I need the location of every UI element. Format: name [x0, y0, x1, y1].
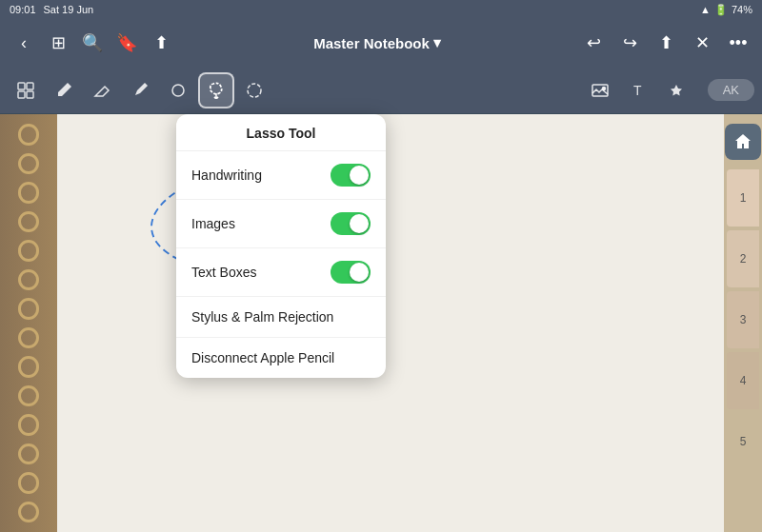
circle-tool-button[interactable] — [236, 72, 272, 108]
ring — [18, 472, 39, 494]
tab-1[interactable]: 1 — [727, 169, 759, 227]
tool-bar: T AK — [0, 67, 762, 114]
svg-rect-2 — [18, 91, 25, 98]
more-button[interactable]: ••• — [722, 27, 754, 59]
home-button[interactable] — [725, 124, 761, 160]
tab-2[interactable]: 2 — [727, 230, 759, 287]
close-button[interactable]: ✕ — [686, 27, 718, 59]
popup-row-images: Images — [176, 200, 386, 248]
more-tools-button[interactable] — [658, 72, 694, 108]
wifi-icon: ▲ — [700, 4, 711, 15]
apps-button[interactable]: ⊞ — [42, 27, 74, 59]
ring — [18, 211, 39, 233]
eraser-button[interactable] — [84, 72, 120, 108]
handwriting-label: Handwriting — [191, 167, 262, 183]
ring — [18, 414, 39, 436]
svg-rect-0 — [18, 83, 25, 89]
images-label: Images — [191, 216, 235, 231]
stylus-label: Stylus & Palm Rejection — [191, 309, 333, 325]
popup-row-disconnect[interactable]: Disconnect Apple Pencil — [176, 338, 386, 378]
handwriting-toggle[interactable] — [331, 164, 371, 187]
ring — [18, 356, 39, 378]
svg-point-6 — [248, 84, 261, 97]
ring — [18, 269, 39, 291]
highlighter-button[interactable] — [122, 72, 158, 108]
bookmark-button[interactable]: 🔖 — [110, 27, 143, 59]
notebook-page: lasso — [57, 114, 724, 532]
back-button[interactable]: ‹ — [8, 27, 40, 59]
svg-rect-3 — [27, 91, 33, 98]
ring — [18, 502, 39, 523]
textboxes-label: Text Boxes — [191, 265, 256, 280]
tab-3[interactable]: 3 — [727, 291, 759, 348]
tabs-strip: 1 2 3 4 5 — [724, 114, 762, 532]
lasso-popup: Lasso Tool Handwriting Images Text Boxes… — [176, 114, 386, 378]
popup-row-stylus[interactable]: Stylus & Palm Rejection — [176, 297, 386, 338]
lasso-button[interactable] — [198, 72, 234, 108]
pencil-button[interactable] — [46, 72, 82, 108]
ring — [18, 153, 39, 175]
undo-button[interactable]: ↩ — [577, 27, 610, 59]
ring — [18, 443, 39, 465]
textboxes-toggle[interactable] — [331, 261, 371, 284]
ring — [18, 327, 39, 349]
svg-text:T: T — [633, 83, 642, 98]
text-button[interactable]: T — [620, 72, 656, 108]
toolbar: ‹ ⊞ 🔍 🔖 ⬆ Master Notebook ▾ ↩ ↪ ⬆ ✕ ••• — [0, 19, 762, 67]
status-bar: 09:01 Sat 19 Jun ▲ 🔋 74% — [0, 0, 762, 19]
tab-5[interactable]: 5 — [727, 413, 759, 470]
add-page-button[interactable]: ⬆ — [650, 27, 682, 59]
ring — [18, 182, 39, 204]
disconnect-label: Disconnect Apple Pencil — [191, 350, 334, 365]
notebook-spine — [0, 114, 57, 532]
share-button[interactable]: ⬆ — [145, 27, 177, 59]
search-pill[interactable]: AK — [708, 79, 754, 101]
images-toggle[interactable] — [331, 212, 371, 235]
shapes-button[interactable] — [160, 72, 196, 108]
svg-rect-1 — [27, 83, 33, 89]
popup-row-handwriting: Handwriting — [176, 151, 386, 200]
notebook-title[interactable]: Master Notebook ▾ — [313, 34, 441, 51]
time: 09:01 — [10, 4, 36, 15]
page-view-button[interactable] — [8, 72, 44, 108]
popup-row-textboxes: Text Boxes — [176, 248, 386, 297]
ring — [18, 124, 39, 146]
ring — [18, 240, 39, 262]
search-button[interactable]: 🔍 — [76, 27, 109, 59]
image-button[interactable] — [582, 72, 618, 108]
battery-icon: 🔋 — [714, 4, 728, 16]
redo-button[interactable]: ↪ — [613, 27, 646, 59]
tab-4[interactable]: 4 — [727, 352, 759, 409]
main-area: lasso 1 2 3 4 5 Lasso Tool Handwriti — [0, 114, 762, 532]
svg-point-4 — [172, 85, 184, 96]
svg-point-8 — [602, 87, 605, 89]
date: Sat 19 Jun — [44, 4, 94, 15]
popup-title: Lasso Tool — [176, 114, 386, 151]
ring — [18, 385, 39, 407]
battery-percent: 74% — [732, 4, 752, 15]
ring — [18, 298, 39, 320]
